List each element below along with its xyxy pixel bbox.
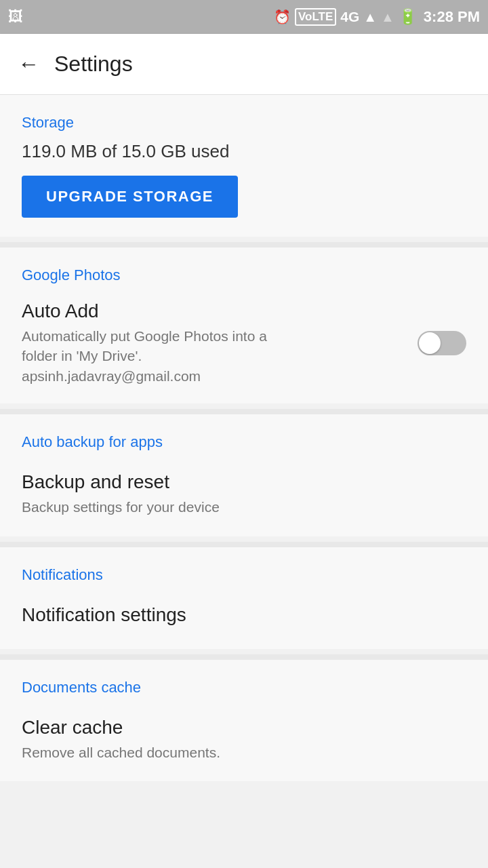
auto-backup-section-header: Auto backup for apps <box>22 433 466 451</box>
auto-add-row: Auto Add Automatically put Google Photos… <box>22 294 466 390</box>
back-arrow-icon: ← <box>18 52 39 77</box>
page-title: Settings <box>54 52 133 77</box>
back-button[interactable]: ← <box>14 50 43 79</box>
status-bar-left: 🖼 <box>8 8 23 26</box>
documents-cache-section-header: Documents cache <box>22 679 466 696</box>
status-bar-right: ⏰ VoLTE 4G ▲ ▲ 🔋 3:28 PM <box>274 8 480 26</box>
time-display: 3:28 PM <box>424 8 480 26</box>
google-photos-section: Google Photos Auto Add Automatically put… <box>0 248 488 403</box>
auto-add-text: Auto Add Automatically put Google Photos… <box>22 300 418 386</box>
notifications-section: Notifications Notification settings <box>0 547 488 649</box>
notification-settings-title: Notification settings <box>22 604 466 626</box>
status-bar: 🖼 ⏰ VoLTE 4G ▲ ▲ 🔋 3:28 PM <box>0 0 488 34</box>
upgrade-storage-button[interactable]: UPGRADE STORAGE <box>22 176 238 218</box>
toggle-knob <box>419 332 441 354</box>
photo-icon: 🖼 <box>8 8 23 26</box>
clear-cache-title: Clear cache <box>22 717 466 738</box>
documents-cache-section: Documents cache Clear cache Remove all c… <box>0 660 488 781</box>
signal-icon-2: ▲ <box>381 9 394 25</box>
notification-settings-item[interactable]: Notification settings <box>22 593 466 635</box>
notifications-section-header: Notifications <box>22 566 466 584</box>
settings-content: Storage 119.0 MB of 15.0 GB used UPGRADE… <box>0 95 488 781</box>
clear-cache-subtitle: Remove all cached documents. <box>22 743 466 762</box>
alarm-icon: ⏰ <box>274 9 291 25</box>
storage-usage-text: 119.0 MB of 15.0 GB used <box>22 141 466 162</box>
clear-cache-item[interactable]: Clear cache Remove all cached documents. <box>22 706 466 768</box>
divider-3 <box>0 542 488 547</box>
divider-1 <box>0 242 488 248</box>
google-photos-section-header: Google Photos <box>22 267 466 284</box>
volte-badge: VoLTE <box>295 8 336 26</box>
app-bar: ← Settings <box>0 34 488 95</box>
storage-section: Storage 119.0 MB of 15.0 GB used UPGRADE… <box>0 95 488 237</box>
auto-add-title: Auto Add <box>22 300 418 322</box>
divider-4 <box>0 654 488 660</box>
backup-reset-subtitle: Backup settings for your device <box>22 497 466 517</box>
auto-add-toggle-container <box>418 331 466 355</box>
network-type: 4G <box>340 9 359 25</box>
storage-section-header: Storage <box>22 114 466 132</box>
signal-icon: ▲ <box>363 9 377 25</box>
auto-add-toggle[interactable] <box>418 331 466 355</box>
battery-icon: 🔋 <box>399 8 417 26</box>
backup-and-reset-item[interactable]: Backup and reset Backup settings for you… <box>22 460 466 522</box>
auto-backup-section: Auto backup for apps Backup and reset Ba… <box>0 414 488 536</box>
divider-2 <box>0 409 488 414</box>
backup-reset-title: Backup and reset <box>22 471 466 493</box>
auto-add-subtitle: Automatically put Google Photos into afo… <box>22 326 418 386</box>
